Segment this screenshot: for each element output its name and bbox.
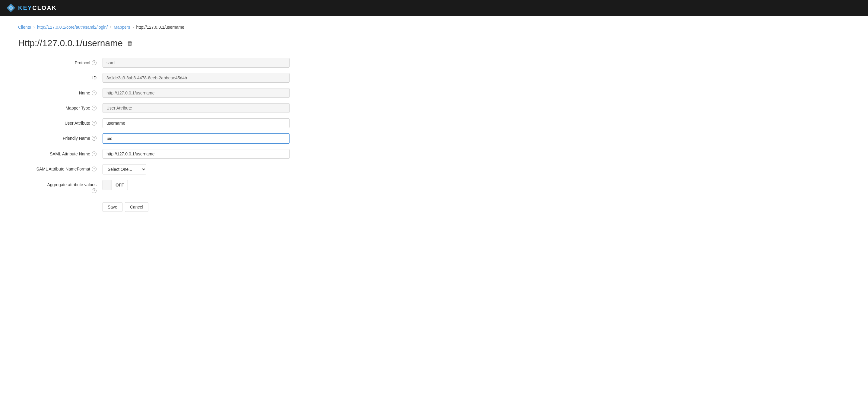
logo-key: KEY bbox=[18, 4, 32, 11]
breadcrumb-sep-3: › bbox=[133, 25, 134, 29]
name-input bbox=[102, 88, 289, 98]
friendly-name-control bbox=[102, 134, 289, 144]
mapper-type-label: Mapper Type ? bbox=[18, 103, 102, 111]
protocol-input bbox=[102, 58, 289, 67]
navbar: KEYCLOAK bbox=[0, 0, 868, 16]
user-attribute-input[interactable] bbox=[102, 118, 289, 128]
mapper-type-control bbox=[102, 103, 289, 113]
friendly-name-label: Friendly Name ? bbox=[18, 134, 102, 141]
name-label: Name ? bbox=[18, 88, 102, 95]
logo: KEYCLOAK bbox=[6, 3, 57, 13]
saml-attribute-name-help-icon[interactable]: ? bbox=[92, 151, 96, 156]
cancel-button[interactable]: Cancel bbox=[125, 202, 148, 212]
aggregate-control: OFF bbox=[102, 180, 289, 190]
protocol-label: Protocol ? bbox=[18, 58, 102, 65]
id-row: ID bbox=[18, 73, 289, 83]
saml-nameformat-select[interactable]: Select One... bbox=[102, 164, 146, 174]
protocol-row: Protocol ? bbox=[18, 58, 289, 67]
breadcrumb-sep-2: › bbox=[110, 25, 111, 29]
toggle-off-label: OFF bbox=[112, 180, 128, 190]
aggregate-label-wrapper: Aggregate attribute values ? bbox=[18, 180, 102, 193]
form: Protocol ? ID Name ? bbox=[18, 58, 289, 212]
save-button[interactable]: Save bbox=[102, 202, 122, 212]
aggregate-row: Aggregate attribute values ? OFF bbox=[18, 180, 289, 193]
protocol-control bbox=[102, 58, 289, 67]
button-row: Save Cancel bbox=[18, 202, 289, 212]
user-attribute-label: User Attribute ? bbox=[18, 118, 102, 125]
logo-cloak: CLOAK bbox=[32, 4, 57, 11]
saml-nameformat-label: SAML Attribute NameFormat ? bbox=[18, 164, 102, 171]
breadcrumb-mappers[interactable]: Mappers bbox=[114, 25, 130, 30]
toggle-handle[interactable] bbox=[103, 180, 112, 190]
friendly-name-input[interactable] bbox=[102, 134, 289, 144]
breadcrumb-clients[interactable]: Clients bbox=[18, 25, 31, 30]
saml-nameformat-row: SAML Attribute NameFormat ? Select One..… bbox=[18, 164, 289, 174]
aggregate-toggle[interactable]: OFF bbox=[102, 180, 289, 190]
name-row: Name ? bbox=[18, 88, 289, 98]
mapper-type-input bbox=[102, 103, 289, 113]
protocol-help-icon[interactable]: ? bbox=[92, 60, 96, 65]
user-attribute-control bbox=[102, 118, 289, 128]
toggle-switch[interactable]: OFF bbox=[102, 180, 128, 190]
logo-icon bbox=[6, 3, 16, 13]
breadcrumb-client-url[interactable]: http://127.0.0.1/core/auth/saml2/login/ bbox=[37, 25, 108, 30]
id-input bbox=[102, 73, 289, 83]
mapper-type-help-icon[interactable]: ? bbox=[92, 106, 96, 111]
saml-attribute-name-control bbox=[102, 149, 289, 159]
saml-nameformat-control: Select One... bbox=[102, 164, 289, 174]
id-control bbox=[102, 73, 289, 83]
breadcrumb: Clients › http://127.0.0.1/core/auth/sam… bbox=[18, 25, 404, 30]
breadcrumb-sep-1: › bbox=[33, 25, 35, 29]
saml-nameformat-help-icon[interactable]: ? bbox=[92, 167, 96, 171]
friendly-name-help-icon[interactable]: ? bbox=[92, 136, 96, 141]
saml-attribute-name-row: SAML Attribute Name ? bbox=[18, 149, 289, 159]
user-attribute-help-icon[interactable]: ? bbox=[92, 121, 96, 125]
saml-attribute-name-input[interactable] bbox=[102, 149, 289, 159]
aggregate-help-icon[interactable]: ? bbox=[92, 188, 96, 193]
page-title-text: Http://127.0.0.1/username bbox=[18, 38, 123, 48]
page-title: Http://127.0.0.1/username 🗑 bbox=[18, 38, 404, 48]
delete-icon[interactable]: 🗑 bbox=[127, 40, 133, 47]
user-attribute-row: User Attribute ? bbox=[18, 118, 289, 128]
logo-text: KEYCLOAK bbox=[18, 4, 57, 11]
main-content: Clients › http://127.0.0.1/core/auth/sam… bbox=[0, 16, 422, 221]
friendly-name-row: Friendly Name ? bbox=[18, 134, 289, 144]
saml-attribute-name-label: SAML Attribute Name ? bbox=[18, 149, 102, 156]
name-help-icon[interactable]: ? bbox=[92, 90, 96, 95]
id-label: ID bbox=[18, 73, 102, 80]
breadcrumb-current: http://127.0.0.1/username bbox=[136, 25, 185, 30]
mapper-type-row: Mapper Type ? bbox=[18, 103, 289, 113]
name-control bbox=[102, 88, 289, 98]
